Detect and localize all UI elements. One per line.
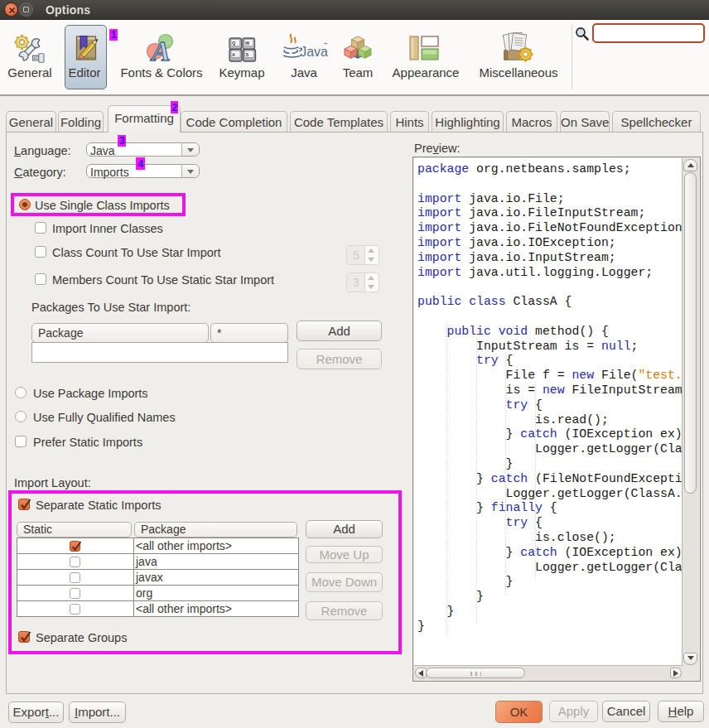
svg-text:A: A <box>232 52 235 57</box>
svg-text:W: W <box>245 41 250 46</box>
svg-text:S: S <box>246 52 249 57</box>
svg-text:Java: Java <box>300 45 328 59</box>
svg-text:Q: Q <box>232 41 236 46</box>
svg-text:A: A <box>150 36 171 63</box>
